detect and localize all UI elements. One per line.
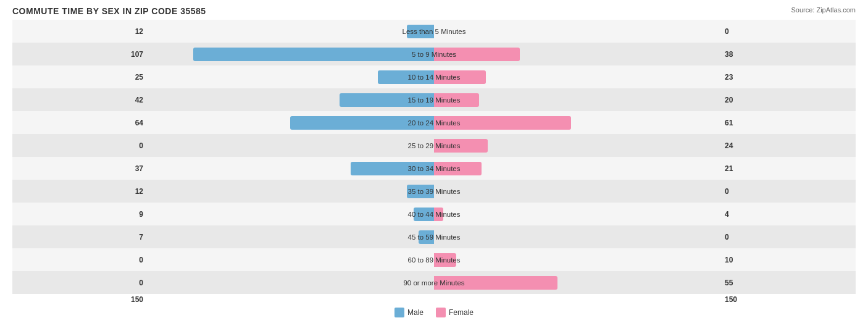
legend-male-box: [394, 308, 404, 317]
left-value: 0: [12, 279, 148, 287]
right-value: 0: [720, 27, 856, 36]
bar-pair: [148, 139, 720, 153]
female-bar: [434, 162, 482, 175]
male-bar-container: [148, 162, 434, 175]
bars-wrapper: 40 to 44 Minutes: [148, 203, 720, 225]
female-bar-container: [434, 253, 720, 267]
female-bar: [434, 276, 557, 290]
bars-wrapper: 45 to 59 Minutes: [148, 225, 720, 248]
male-bar: [419, 230, 435, 244]
male-bar-container: [148, 70, 434, 84]
bar-pair: [148, 185, 720, 198]
male-bar-container: [148, 25, 434, 38]
male-bar-container: [148, 93, 434, 107]
legend-female-box: [436, 308, 446, 317]
bars-area: 12Less than 5 Minutes01075 to 9 Minutes3…: [12, 20, 856, 294]
right-value: 61: [720, 119, 856, 127]
axis-label-right: 150: [720, 295, 856, 304]
chart-title: COMMUTE TIME BY SEX IN ZIP CODE 35585: [12, 6, 206, 16]
right-value: 4: [720, 210, 856, 219]
male-bar-container: [148, 116, 434, 130]
bar-row: 3730 to 34 Minutes21: [12, 157, 856, 180]
female-bar-container: [434, 276, 720, 290]
male-bar: [407, 25, 434, 38]
bar-pair: [148, 230, 720, 244]
female-bar: [434, 93, 479, 107]
left-value: 7: [12, 233, 148, 241]
bar-pair: [148, 70, 720, 84]
male-bar: [407, 185, 434, 198]
left-value: 107: [12, 50, 148, 59]
right-value: 38: [720, 50, 856, 59]
left-value: 42: [12, 96, 148, 104]
female-bar-container: [434, 93, 720, 107]
axis-label-left: 150: [12, 295, 148, 304]
female-bar-container: [434, 185, 720, 198]
bars-wrapper: 30 to 34 Minutes: [148, 157, 720, 180]
chart-container: COMMUTE TIME BY SEX IN ZIP CODE 35585 So…: [0, 0, 868, 323]
female-bar: [434, 208, 443, 221]
right-value: 23: [720, 73, 856, 82]
bars-wrapper: 15 to 19 Minutes: [148, 88, 720, 111]
bar-pair: [148, 276, 720, 290]
female-bar-container: [434, 48, 720, 61]
right-value: 0: [720, 233, 856, 241]
bar-pair: [148, 253, 720, 267]
right-value: 20: [720, 96, 856, 104]
male-bar-container: [148, 208, 434, 221]
male-bar-container: [148, 48, 434, 61]
bars-wrapper: 10 to 14 Minutes: [148, 65, 720, 88]
female-bar: [434, 48, 520, 61]
left-value: 12: [12, 187, 148, 196]
female-bar: [434, 139, 488, 153]
male-bar: [351, 162, 434, 175]
right-value: 21: [720, 164, 856, 173]
bar-row: 090 or more Minutes55: [12, 271, 856, 294]
female-bar-container: [434, 25, 720, 38]
female-bar: [434, 253, 456, 267]
bar-row: 025 to 29 Minutes24: [12, 134, 856, 157]
bars-wrapper: 25 to 29 Minutes: [148, 134, 720, 157]
left-value: 25: [12, 73, 148, 82]
left-value: 64: [12, 119, 148, 127]
bar-row: 12Less than 5 Minutes0: [12, 20, 856, 43]
female-bar-container: [434, 230, 720, 244]
right-value: 10: [720, 256, 856, 264]
bars-wrapper: 90 or more Minutes: [148, 271, 720, 294]
legend-female: Female: [436, 308, 474, 317]
bar-row: 940 to 44 Minutes4: [12, 203, 856, 225]
male-bar-container: [148, 253, 434, 267]
title-row: COMMUTE TIME BY SEX IN ZIP CODE 35585 So…: [12, 6, 856, 16]
male-bar-container: [148, 185, 434, 198]
left-value: 12: [12, 27, 148, 36]
male-bar-container: [148, 276, 434, 290]
bar-row: 4215 to 19 Minutes20: [12, 88, 856, 111]
left-value: 0: [12, 256, 148, 264]
male-bar: [193, 48, 434, 61]
right-value: 24: [720, 141, 856, 150]
bar-row: 745 to 59 Minutes0: [12, 225, 856, 248]
bar-row: 1075 to 9 Minutes38: [12, 43, 856, 65]
female-bar: [434, 116, 571, 130]
axis-labels: 150 150: [12, 295, 856, 304]
female-bar-container: [434, 139, 720, 153]
left-value: 9: [12, 210, 148, 219]
male-bar-container: [148, 230, 434, 244]
bar-pair: [148, 116, 720, 130]
bars-wrapper: Less than 5 Minutes: [148, 20, 720, 43]
legend-row: Male Female: [12, 308, 856, 317]
bars-wrapper: 5 to 9 Minutes: [148, 43, 720, 65]
female-bar-container: [434, 208, 720, 221]
legend-male-label: Male: [407, 308, 424, 317]
bar-row: 060 to 89 Minutes10: [12, 248, 856, 271]
bar-row: 1235 to 39 Minutes0: [12, 180, 856, 203]
bar-row: 6420 to 24 Minutes61: [12, 111, 856, 134]
left-value: 0: [12, 141, 148, 150]
bars-wrapper: 60 to 89 Minutes: [148, 248, 720, 271]
bar-pair: [148, 93, 720, 107]
male-bar: [414, 208, 434, 221]
source-text: Source: ZipAtlas.com: [791, 6, 856, 14]
bars-wrapper: 20 to 24 Minutes: [148, 111, 720, 134]
female-bar-container: [434, 70, 720, 84]
female-bar-container: [434, 116, 720, 130]
